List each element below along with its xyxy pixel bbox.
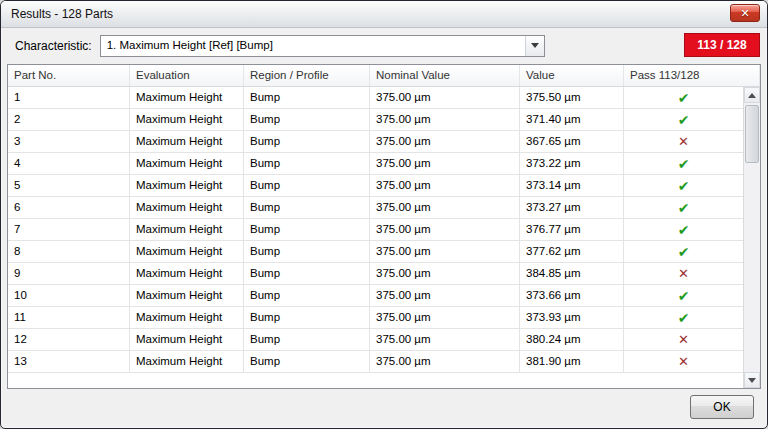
characteristic-label: Characteristic: xyxy=(15,39,92,53)
table-cell: Maximum Height xyxy=(130,87,244,108)
characteristic-dropdown[interactable]: 1. Maximum Height [Ref] [Bump] xyxy=(100,35,545,57)
titlebar: Results - 128 Parts ✕ xyxy=(1,1,767,28)
close-icon: ✕ xyxy=(740,8,749,19)
table-row[interactable]: 8Maximum HeightBump375.00 µm377.62 µm✔ xyxy=(8,241,743,263)
scrollbar-thumb[interactable] xyxy=(745,105,759,163)
table-cell: 3 xyxy=(8,131,130,152)
table-cell: 11 xyxy=(8,307,130,328)
table-cell: 381.90 µm xyxy=(520,351,624,372)
pass-cell: ✔ xyxy=(624,197,743,218)
pass-check-icon: ✔ xyxy=(678,289,690,303)
table-cell: Bump xyxy=(244,351,370,372)
table-row[interactable]: 2Maximum HeightBump375.00 µm371.40 µm✔ xyxy=(8,109,743,131)
table-cell: 13 xyxy=(8,351,130,372)
pass-check-icon: ✔ xyxy=(678,157,690,171)
pass-check-icon: ✔ xyxy=(678,113,690,127)
table-cell: Bump xyxy=(244,109,370,130)
table-row[interactable]: 13Maximum HeightBump375.00 µm381.90 µm✕ xyxy=(8,351,743,373)
table-row[interactable]: 6Maximum HeightBump375.00 µm373.27 µm✔ xyxy=(8,197,743,219)
table-cell: 5 xyxy=(8,175,130,196)
characteristic-selected-value: 1. Maximum Height [Ref] [Bump] xyxy=(101,36,525,56)
table-cell: Bump xyxy=(244,329,370,350)
pass-cell: ✔ xyxy=(624,219,743,240)
table-cell: Maximum Height xyxy=(130,241,244,262)
table-cell: 375.00 µm xyxy=(370,329,520,350)
fail-cross-icon: ✕ xyxy=(678,267,689,280)
column-header[interactable]: Evaluation xyxy=(130,65,244,86)
fail-cross-icon: ✕ xyxy=(678,333,689,346)
table-body: 1Maximum HeightBump375.00 µm375.50 µm✔2M… xyxy=(8,87,743,388)
table-cell: Bump xyxy=(244,307,370,328)
table-cell: Bump xyxy=(244,197,370,218)
pass-check-icon: ✔ xyxy=(678,245,690,259)
pass-check-icon: ✔ xyxy=(678,223,690,237)
table-cell: Maximum Height xyxy=(130,263,244,284)
table-cell: Bump xyxy=(244,87,370,108)
window-title: Results - 128 Parts xyxy=(11,7,113,21)
column-header[interactable]: Value xyxy=(520,65,624,86)
table-row[interactable]: 10Maximum HeightBump375.00 µm373.66 µm✔ xyxy=(8,285,743,307)
table-cell: Maximum Height xyxy=(130,153,244,174)
pass-cell: ✕ xyxy=(624,329,743,350)
pass-cell: ✕ xyxy=(624,131,743,152)
pass-check-icon: ✔ xyxy=(678,311,690,325)
column-header[interactable]: Region / Profile xyxy=(244,65,370,86)
table-cell: 4 xyxy=(8,153,130,174)
table-cell: 7 xyxy=(8,219,130,240)
table-row[interactable]: 4Maximum HeightBump375.00 µm373.22 µm✔ xyxy=(8,153,743,175)
table-cell: Bump xyxy=(244,219,370,240)
table-row[interactable]: 12Maximum HeightBump375.00 µm380.24 µm✕ xyxy=(8,329,743,351)
table-cell: 373.93 µm xyxy=(520,307,624,328)
column-header[interactable]: Part No. xyxy=(8,65,130,86)
table-cell: 375.00 µm xyxy=(370,351,520,372)
table-cell: 373.22 µm xyxy=(520,153,624,174)
table-row[interactable]: 9Maximum HeightBump375.00 µm384.85 µm✕ xyxy=(8,263,743,285)
pass-cell: ✔ xyxy=(624,307,743,328)
table-row[interactable]: 5Maximum HeightBump375.00 µm373.14 µm✔ xyxy=(8,175,743,197)
scroll-down-button[interactable] xyxy=(744,372,760,388)
table-row[interactable]: 7Maximum HeightBump375.00 µm376.77 µm✔ xyxy=(8,219,743,241)
ok-button[interactable]: OK xyxy=(690,395,754,419)
pass-cell: ✔ xyxy=(624,109,743,130)
table-cell: Maximum Height xyxy=(130,307,244,328)
table-cell: 384.85 µm xyxy=(520,263,624,284)
pass-cell: ✔ xyxy=(624,175,743,196)
table-cell: Maximum Height xyxy=(130,219,244,240)
column-header[interactable]: Pass 113/128 xyxy=(624,65,760,86)
table-cell: 367.65 µm xyxy=(520,131,624,152)
table-cell: Maximum Height xyxy=(130,175,244,196)
table-header: Part No.EvaluationRegion / ProfileNomina… xyxy=(8,65,760,87)
table-cell: Maximum Height xyxy=(130,351,244,372)
pass-count-badge: 113 / 128 xyxy=(684,33,760,57)
pass-cell: ✔ xyxy=(624,285,743,306)
table-cell: Bump xyxy=(244,285,370,306)
vertical-scrollbar[interactable] xyxy=(743,87,760,388)
arrow-up-icon xyxy=(748,93,756,98)
table-cell: 375.00 µm xyxy=(370,263,520,284)
chevron-down-icon xyxy=(525,36,544,56)
table-cell: 2 xyxy=(8,109,130,130)
pass-cell: ✔ xyxy=(624,241,743,262)
table-row[interactable]: 1Maximum HeightBump375.00 µm375.50 µm✔ xyxy=(8,87,743,109)
table-cell: 375.00 µm xyxy=(370,241,520,262)
table-cell: Bump xyxy=(244,241,370,262)
table-cell: 373.66 µm xyxy=(520,285,624,306)
scroll-up-button[interactable] xyxy=(744,87,760,103)
table-cell: Maximum Height xyxy=(130,197,244,218)
close-button[interactable]: ✕ xyxy=(730,4,760,22)
table-row[interactable]: 11Maximum HeightBump375.00 µm373.93 µm✔ xyxy=(8,307,743,329)
table-row[interactable]: 3Maximum HeightBump375.00 µm367.65 µm✕ xyxy=(8,131,743,153)
column-header[interactable]: Nominal Value xyxy=(370,65,520,86)
table-cell: 375.00 µm xyxy=(370,109,520,130)
table-cell: Maximum Height xyxy=(130,285,244,306)
characteristic-bar: Characteristic: 1. Maximum Height [Ref] … xyxy=(1,28,767,63)
table-cell: Maximum Height xyxy=(130,109,244,130)
pass-cell: ✕ xyxy=(624,351,743,372)
table-cell: 9 xyxy=(8,263,130,284)
table-cell: 12 xyxy=(8,329,130,350)
table-cell: 10 xyxy=(8,285,130,306)
table-cell: Bump xyxy=(244,131,370,152)
results-dialog: Results - 128 Parts ✕ Characteristic: 1.… xyxy=(0,0,768,429)
table-cell: 375.00 µm xyxy=(370,197,520,218)
fail-cross-icon: ✕ xyxy=(678,355,689,368)
